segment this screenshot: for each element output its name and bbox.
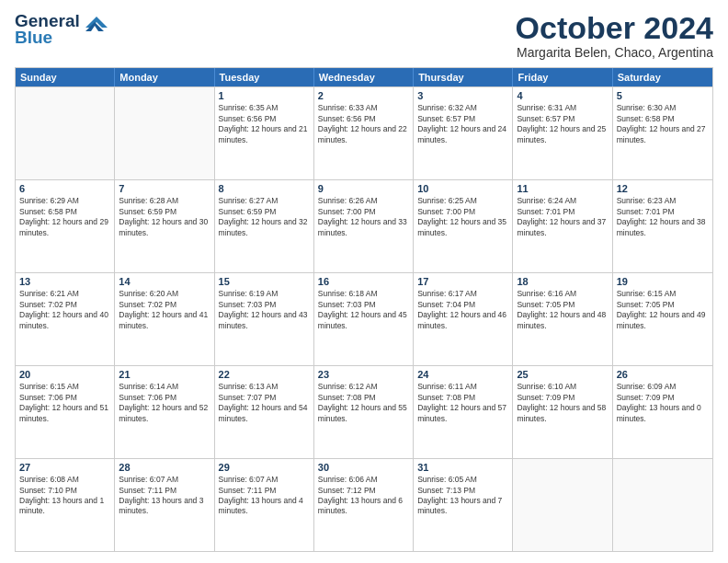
header-day-monday: Monday [115, 68, 214, 86]
cell-details: Sunrise: 6:15 AMSunset: 7:06 PMDaylight:… [19, 382, 110, 424]
logo: General Blue [15, 11, 108, 48]
day-number: 10 [417, 183, 508, 194]
cell-details: Sunrise: 6:09 AMSunset: 7:09 PMDaylight:… [617, 382, 709, 424]
cell-details: Sunrise: 6:23 AMSunset: 7:01 PMDaylight:… [617, 196, 709, 238]
cell-details: Sunrise: 6:05 AMSunset: 7:13 PMDaylight:… [417, 475, 508, 517]
calendar-cell: 21Sunrise: 6:14 AMSunset: 7:06 PMDayligh… [115, 366, 214, 458]
cell-details: Sunrise: 6:16 AMSunset: 7:05 PMDaylight:… [517, 289, 608, 331]
day-number: 29 [219, 462, 310, 473]
calendar-cell: 8Sunrise: 6:27 AMSunset: 6:59 PMDaylight… [215, 180, 314, 272]
cell-details: Sunrise: 6:27 AMSunset: 6:59 PMDaylight:… [219, 196, 310, 238]
header-day-sunday: Sunday [16, 68, 115, 86]
calendar-cell: 15Sunrise: 6:19 AMSunset: 7:03 PMDayligh… [215, 273, 314, 365]
month-title: October 2024 [516, 11, 713, 45]
day-number: 14 [119, 276, 210, 287]
calendar-row-3: 13Sunrise: 6:21 AMSunset: 7:02 PMDayligh… [16, 272, 712, 365]
calendar-cell: 16Sunrise: 6:18 AMSunset: 7:03 PMDayligh… [314, 273, 414, 365]
page: General Blue October 2024 Margarita Bele… [0, 0, 728, 563]
day-number: 27 [19, 462, 110, 473]
calendar-cell: 24Sunrise: 6:11 AMSunset: 7:08 PMDayligh… [414, 366, 513, 458]
cell-details: Sunrise: 6:07 AMSunset: 7:11 PMDaylight:… [119, 475, 210, 517]
calendar-cell: 5Sunrise: 6:30 AMSunset: 6:58 PMDaylight… [613, 87, 712, 179]
calendar-cell: 25Sunrise: 6:10 AMSunset: 7:09 PMDayligh… [513, 366, 612, 458]
cell-details: Sunrise: 6:15 AMSunset: 7:05 PMDaylight:… [617, 289, 709, 331]
cell-details: Sunrise: 6:28 AMSunset: 6:59 PMDaylight:… [119, 196, 210, 238]
calendar-cell [513, 459, 612, 551]
header-day-saturday: Saturday [613, 68, 712, 86]
cell-details: Sunrise: 6:19 AMSunset: 7:03 PMDaylight:… [219, 289, 310, 331]
cell-details: Sunrise: 6:24 AMSunset: 7:01 PMDaylight:… [517, 196, 608, 238]
cell-details: Sunrise: 6:26 AMSunset: 7:00 PMDaylight:… [318, 196, 409, 238]
calendar-cell [16, 87, 115, 179]
cell-details: Sunrise: 6:12 AMSunset: 7:08 PMDaylight:… [318, 382, 409, 424]
calendar-cell: 30Sunrise: 6:06 AMSunset: 7:12 PMDayligh… [314, 459, 414, 551]
header-day-tuesday: Tuesday [215, 68, 314, 86]
calendar-cell: 26Sunrise: 6:09 AMSunset: 7:09 PMDayligh… [613, 366, 712, 458]
cell-details: Sunrise: 6:29 AMSunset: 6:58 PMDaylight:… [19, 196, 110, 238]
day-number: 6 [19, 183, 110, 194]
day-number: 28 [119, 462, 210, 473]
cell-details: Sunrise: 6:10 AMSunset: 7:09 PMDaylight:… [517, 382, 608, 424]
cell-details: Sunrise: 6:25 AMSunset: 7:00 PMDaylight:… [417, 196, 508, 238]
day-number: 30 [318, 462, 409, 473]
logo-icon [82, 13, 108, 31]
day-number: 24 [417, 369, 508, 380]
calendar-cell: 29Sunrise: 6:07 AMSunset: 7:11 PMDayligh… [215, 459, 314, 551]
day-number: 11 [517, 183, 608, 194]
calendar-row-4: 20Sunrise: 6:15 AMSunset: 7:06 PMDayligh… [16, 365, 712, 458]
day-number: 3 [417, 90, 508, 101]
calendar-header: SundayMondayTuesdayWednesdayThursdayFrid… [16, 68, 712, 86]
header-day-friday: Friday [513, 68, 612, 86]
calendar: SundayMondayTuesdayWednesdayThursdayFrid… [15, 67, 713, 552]
header-day-wednesday: Wednesday [314, 68, 414, 86]
cell-details: Sunrise: 6:21 AMSunset: 7:02 PMDaylight:… [19, 289, 110, 331]
calendar-cell: 12Sunrise: 6:23 AMSunset: 7:01 PMDayligh… [613, 180, 712, 272]
cell-details: Sunrise: 6:07 AMSunset: 7:11 PMDaylight:… [219, 475, 310, 517]
cell-details: Sunrise: 6:33 AMSunset: 6:56 PMDaylight:… [318, 103, 409, 145]
calendar-cell: 7Sunrise: 6:28 AMSunset: 6:59 PMDaylight… [115, 180, 214, 272]
cell-details: Sunrise: 6:13 AMSunset: 7:07 PMDaylight:… [219, 382, 310, 424]
calendar-cell: 28Sunrise: 6:07 AMSunset: 7:11 PMDayligh… [115, 459, 214, 551]
cell-details: Sunrise: 6:20 AMSunset: 7:02 PMDaylight:… [119, 289, 210, 331]
day-number: 12 [617, 183, 709, 194]
calendar-cell: 1Sunrise: 6:35 AMSunset: 6:56 PMDaylight… [215, 87, 314, 179]
logo-blue: Blue [15, 28, 52, 48]
day-number: 15 [219, 276, 310, 287]
day-number: 2 [318, 90, 409, 101]
calendar-cell: 10Sunrise: 6:25 AMSunset: 7:00 PMDayligh… [414, 180, 513, 272]
calendar-cell: 6Sunrise: 6:29 AMSunset: 6:58 PMDaylight… [16, 180, 115, 272]
day-number: 8 [219, 183, 310, 194]
calendar-row-1: 1Sunrise: 6:35 AMSunset: 6:56 PMDaylight… [16, 86, 712, 179]
title-area: October 2024 Margarita Belen, Chaco, Arg… [516, 11, 713, 60]
day-number: 19 [617, 276, 709, 287]
day-number: 31 [417, 462, 508, 473]
cell-details: Sunrise: 6:08 AMSunset: 7:10 PMDaylight:… [19, 475, 110, 517]
day-number: 17 [417, 276, 508, 287]
day-number: 26 [617, 369, 709, 380]
calendar-cell [613, 459, 712, 551]
calendar-cell: 4Sunrise: 6:31 AMSunset: 6:57 PMDaylight… [513, 87, 612, 179]
calendar-cell: 18Sunrise: 6:16 AMSunset: 7:05 PMDayligh… [513, 273, 612, 365]
calendar-cell: 20Sunrise: 6:15 AMSunset: 7:06 PMDayligh… [16, 366, 115, 458]
calendar-cell: 23Sunrise: 6:12 AMSunset: 7:08 PMDayligh… [314, 366, 414, 458]
header-day-thursday: Thursday [414, 68, 513, 86]
calendar-cell: 31Sunrise: 6:05 AMSunset: 7:13 PMDayligh… [414, 459, 513, 551]
cell-details: Sunrise: 6:14 AMSunset: 7:06 PMDaylight:… [119, 382, 210, 424]
calendar-cell: 17Sunrise: 6:17 AMSunset: 7:04 PMDayligh… [414, 273, 513, 365]
day-number: 25 [517, 369, 608, 380]
calendar-cell: 27Sunrise: 6:08 AMSunset: 7:10 PMDayligh… [16, 459, 115, 551]
cell-details: Sunrise: 6:06 AMSunset: 7:12 PMDaylight:… [318, 475, 409, 517]
day-number: 23 [318, 369, 409, 380]
day-number: 20 [19, 369, 110, 380]
day-number: 9 [318, 183, 409, 194]
cell-details: Sunrise: 6:18 AMSunset: 7:03 PMDaylight:… [318, 289, 409, 331]
calendar-cell: 11Sunrise: 6:24 AMSunset: 7:01 PMDayligh… [513, 180, 612, 272]
calendar-body: 1Sunrise: 6:35 AMSunset: 6:56 PMDaylight… [16, 86, 712, 551]
calendar-row-5: 27Sunrise: 6:08 AMSunset: 7:10 PMDayligh… [16, 458, 712, 551]
cell-details: Sunrise: 6:35 AMSunset: 6:56 PMDaylight:… [219, 103, 310, 145]
calendar-cell: 2Sunrise: 6:33 AMSunset: 6:56 PMDaylight… [314, 87, 414, 179]
calendar-cell: 13Sunrise: 6:21 AMSunset: 7:02 PMDayligh… [16, 273, 115, 365]
cell-details: Sunrise: 6:32 AMSunset: 6:57 PMDaylight:… [417, 103, 508, 145]
location-subtitle: Margarita Belen, Chaco, Argentina [516, 45, 713, 60]
calendar-cell: 3Sunrise: 6:32 AMSunset: 6:57 PMDaylight… [414, 87, 513, 179]
